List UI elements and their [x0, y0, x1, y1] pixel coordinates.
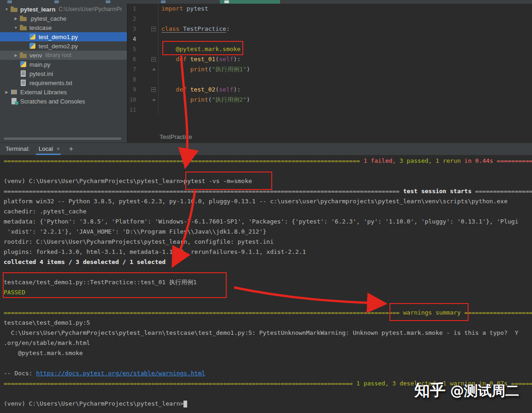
horizontal-scrollbar-thumb[interactable] [4, 138, 121, 140]
python-icon [20, 61, 27, 68]
add-tab-button[interactable]: + [69, 143, 73, 155]
close-icon[interactable]: × [57, 146, 60, 152]
editor-tab[interactable] [161, 0, 166, 3]
editor-tab[interactable] [7, 0, 12, 3]
fold-marker-icon[interactable] [151, 87, 156, 92]
tree-item-venv[interactable]: ▶venvlibrary root [0, 51, 127, 60]
breadcrumb-item[interactable]: TestPractice [160, 133, 192, 140]
tree-item-label: External Libraries [20, 89, 67, 96]
line-number: 3 [133, 24, 136, 34]
code-text: print("执行用例1") [159, 64, 250, 75]
tree-item-label: test_demo2.py [39, 43, 78, 50]
editor-line-9: 9 def test_02(self): [127, 85, 532, 95]
tree-item-external_libraries[interactable]: ▶External Libraries [0, 87, 127, 97]
watermark-brand: 知乎 [414, 381, 446, 399]
editor-line-10: 10 print("执行用例2") [127, 95, 532, 105]
fold-marker-icon[interactable] [151, 27, 156, 31]
terminal-output: ========================================… [4, 156, 532, 409]
editor-gutter[interactable]: 10 [127, 95, 159, 105]
editor-gutter[interactable]: 5 [127, 44, 159, 54]
line-number: 10 [130, 95, 136, 105]
code-text: def test_02(self): [159, 85, 240, 95]
tree-item-label: test_demo1.py [39, 34, 78, 40]
code-editor[interactable]: 1import pytest23class TestPractice:45 @p… [127, 4, 532, 132]
terminal-line-12 [4, 267, 532, 277]
terminal[interactable]: ========================================… [0, 155, 532, 413]
tree-item-test_demo2[interactable]: test_demo2.py [0, 41, 127, 51]
editor-gutter[interactable]: 4 [127, 34, 159, 44]
editor-gutter[interactable]: 7 [127, 64, 159, 75]
editor-line-5: 5 @pytest.mark.smoke [127, 44, 532, 54]
chevron-right-icon[interactable]: ▶ [3, 90, 11, 94]
fold-marker-icon[interactable] [152, 98, 156, 101]
editor-gutter[interactable]: 6 [127, 54, 159, 64]
tree-item-hint: C:\Users\User\PycharmPr [59, 6, 122, 12]
project-tree: ▼pytest_learnC:\Users\User\PycharmPr▶.py… [0, 4, 127, 106]
folder-icon [11, 6, 18, 13]
active-editor-tab[interactable] [220, 0, 280, 4]
terminal-line-19: .org/en/stable/mark.html [4, 338, 532, 348]
terminal-line-14: PASSED [4, 287, 532, 298]
editor-line-1: 1import pytest [127, 4, 532, 14]
tree-item-testcase[interactable]: ▼testcase [0, 23, 127, 32]
tree-item-label: .pytest_cache [29, 15, 66, 22]
tree-item-pytest_ini[interactable]: pytest.ini [0, 69, 127, 78]
line-number: 4 [133, 34, 136, 44]
editor-gutter[interactable]: 9 [127, 85, 159, 95]
terminal-line-18: C:\Users\User\PycharmProjects\pytest_lea… [4, 328, 532, 338]
terminal-tab-label: Local [39, 145, 53, 152]
watermark: 知乎@测试周二 [414, 380, 519, 401]
tree-item-scratches[interactable]: Scratches and Consoles [0, 97, 127, 106]
code-text: @pytest.mark.smoke [159, 44, 240, 54]
chevron-right-icon[interactable]: ▶ [12, 53, 20, 57]
watermark-handle: @测试周二 [450, 383, 519, 399]
folder-icon [20, 24, 27, 31]
docs-link[interactable]: https://docs.pytest.org/en/stable/warnin… [36, 370, 205, 377]
code-text: def test_01(self): [159, 54, 240, 64]
terminal-line-2 [4, 166, 532, 176]
editor-tab[interactable] [106, 0, 110, 3]
line-number: 9 [133, 85, 136, 95]
txt-icon [20, 79, 27, 86]
python-icon [29, 42, 36, 50]
tree-item-pytest_cache[interactable]: ▶.pytest_cache [0, 14, 127, 23]
fold-marker-icon[interactable] [151, 57, 156, 62]
line-number: 6 [133, 54, 136, 64]
tree-item-requirements_txt[interactable]: requirements.txt [0, 78, 127, 87]
editor-gutter[interactable]: 3 [127, 24, 159, 34]
editor-gutter[interactable]: 8 [127, 75, 159, 85]
editor-gutter[interactable]: 11 [127, 105, 159, 115]
line-number: 5 [133, 44, 136, 54]
terminal-line-1: ========================================… [4, 156, 532, 166]
tree-item-main_py[interactable]: main.py [0, 60, 127, 69]
editor-line-8: 8 [127, 75, 532, 85]
code-text [159, 34, 161, 44]
editor-line-7: 7 print("执行用例1") [127, 64, 532, 75]
code-text [159, 75, 161, 85]
terminal-line-13: testcase/test_demo1.py::TestPractice::te… [4, 277, 532, 287]
editor-gutter[interactable]: 1 [127, 4, 159, 14]
editor-lines: 1import pytest23class TestPractice:45 @p… [127, 4, 532, 115]
editor-tab[interactable] [54, 0, 59, 3]
chevron-right-icon[interactable]: ▶ [12, 17, 20, 21]
fold-marker-icon[interactable] [152, 68, 156, 70]
tree-item-pytest_learn[interactable]: ▼pytest_learnC:\Users\User\PycharmPr [0, 5, 127, 14]
terminal-line-15 [4, 298, 532, 308]
terminal-line-22: -- Docs: https://docs.pytest.org/en/stab… [4, 368, 532, 379]
terminal-line-7: metadata: {'Python': '3.8.5', 'Platform'… [4, 217, 532, 227]
python-icon [29, 33, 36, 40]
code-text [159, 105, 161, 115]
terminal-cursor [183, 401, 187, 407]
chevron-down-icon[interactable]: ▼ [12, 26, 20, 30]
tree-item-label: testcase [29, 24, 51, 31]
project-panel[interactable]: ▼pytest_learnC:\Users\User\PycharmPr▶.py… [0, 4, 127, 143]
line-number: 11 [130, 105, 136, 115]
terminal-line-20: @pytest.mark.smoke [4, 348, 532, 358]
terminal-line-5: platform win32 -- Python 3.8.5, pytest-6… [4, 196, 532, 206]
chevron-down-icon[interactable]: ▼ [3, 7, 11, 11]
tree-item-label: Scratches and Consoles [20, 98, 85, 105]
terminal-line-21 [4, 358, 532, 368]
folder-icon [20, 15, 27, 22]
editor-gutter[interactable]: 2 [127, 14, 159, 24]
tree-item-test_demo1[interactable]: test_demo1.py [0, 32, 127, 41]
